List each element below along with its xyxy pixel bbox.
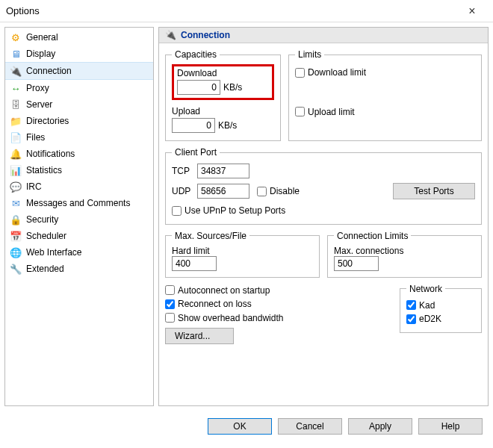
sidebar-item-irc[interactable]: 💬IRC <box>5 178 153 195</box>
client-port-group: Client Port TCP UDP Disable Test Ports <box>165 147 482 225</box>
disable-udp-checkbox[interactable]: Disable <box>257 186 300 196</box>
general-icon: ⚙ <box>10 31 22 43</box>
messages-and-comments-icon: ✉ <box>10 197 22 209</box>
statistics-icon: 📊 <box>10 164 22 176</box>
download-label: Download <box>177 68 269 78</box>
tcp-input[interactable] <box>197 164 249 178</box>
sidebar-item-files[interactable]: 📄Files <box>5 129 153 146</box>
network-group: Network Kad eD2K <box>400 284 482 333</box>
ed2k-input[interactable] <box>406 314 416 324</box>
main-body: Capacities Download KB/s Upload KB/s <box>159 43 488 405</box>
section-title: Connection <box>181 30 230 40</box>
upload-limit-checkbox[interactable]: Upload limit <box>295 107 355 117</box>
udp-input[interactable] <box>197 184 249 199</box>
titlebar: Options × <box>0 0 493 22</box>
overhead-checkbox[interactable]: Show overhead bandwidth <box>165 313 283 323</box>
capacities-legend: Capacities <box>172 49 220 60</box>
reconnect-checkbox[interactable]: Reconnect on loss <box>165 299 252 309</box>
kad-checkbox[interactable]: Kad <box>406 300 435 311</box>
sidebar-item-label: Directories <box>26 116 69 126</box>
help-button[interactable]: Help <box>418 418 483 435</box>
directories-icon: 📁 <box>10 115 22 127</box>
sidebar: ⚙General🖥Display🔌Connection↔Proxy🗄Server… <box>4 27 154 406</box>
max-sources-group: Max. Sources/File Hard limit <box>165 231 320 278</box>
apply-button[interactable]: Apply <box>348 418 412 435</box>
sidebar-item-connection[interactable]: 🔌Connection <box>5 62 153 80</box>
display-icon: 🖥 <box>10 48 22 60</box>
download-limit-checkbox[interactable]: Download limit <box>295 67 366 78</box>
overhead-input[interactable] <box>165 313 175 323</box>
max-conn-input[interactable] <box>334 256 379 271</box>
proxy-icon: ↔ <box>10 82 22 94</box>
reconnect-input[interactable] <box>165 299 175 309</box>
sidebar-item-label: Scheduler <box>26 231 66 241</box>
upnp-input[interactable] <box>172 206 182 216</box>
autoconnect-input[interactable] <box>165 285 175 295</box>
sidebar-item-label: Display <box>26 49 55 59</box>
sidebar-item-label: Web Interface <box>26 247 81 258</box>
download-limit-input[interactable] <box>295 68 305 78</box>
sidebar-item-label: Statistics <box>26 165 62 175</box>
sidebar-item-notifications[interactable]: 🔔Notifications <box>5 146 153 162</box>
upload-limit-input[interactable] <box>295 107 305 116</box>
footer: OK Cancel Apply Help <box>0 411 493 442</box>
download-input[interactable] <box>177 80 220 95</box>
ok-button[interactable]: OK <box>208 418 272 435</box>
files-icon: 📄 <box>10 131 22 143</box>
upload-input[interactable] <box>172 118 215 133</box>
sidebar-item-general[interactable]: ⚙General <box>5 29 153 46</box>
cancel-button[interactable]: Cancel <box>278 418 342 435</box>
max-conn-label: Max. connections <box>334 246 475 256</box>
hard-limit-label: Hard limit <box>172 246 313 256</box>
sidebar-item-label: General <box>26 32 58 43</box>
tcp-label: TCP <box>172 166 194 176</box>
max-sources-legend: Max. Sources/File <box>172 231 249 241</box>
upnp-checkbox[interactable]: Use UPnP to Setup Ports <box>172 205 285 216</box>
main-panel: 🔌 Connection Capacities Download KB/s Up… <box>158 27 489 406</box>
network-legend: Network <box>406 284 445 294</box>
ed2k-checkbox[interactable]: eD2K <box>406 314 441 324</box>
sidebar-item-label: Security <box>26 214 58 225</box>
sidebar-item-extended[interactable]: 🔧Extended <box>5 261 153 277</box>
server-icon: 🗄 <box>10 99 22 111</box>
wizard-button[interactable]: Wizard... <box>165 328 234 344</box>
sidebar-item-statistics[interactable]: 📊Statistics <box>5 162 153 178</box>
client-port-legend: Client Port <box>172 147 220 158</box>
hard-limit-input[interactable] <box>172 256 217 271</box>
sidebar-item-label: Connection <box>26 66 72 76</box>
test-ports-button[interactable]: Test Ports <box>393 183 475 199</box>
conn-limits-group: Connection Limits Max. connections <box>327 231 482 278</box>
upload-unit: KB/s <box>218 120 237 131</box>
sidebar-item-security[interactable]: 🔒Security <box>5 211 153 228</box>
sidebar-item-label: Files <box>26 132 45 143</box>
security-icon: 🔒 <box>10 214 22 225</box>
autoconnect-checkbox[interactable]: Autoconnect on startup <box>165 285 270 296</box>
sidebar-item-server[interactable]: 🗄Server <box>5 96 153 113</box>
irc-icon: 💬 <box>10 181 22 193</box>
sidebar-item-proxy[interactable]: ↔Proxy <box>5 80 153 96</box>
section-header: 🔌 Connection <box>159 28 488 43</box>
sidebar-item-label: Server <box>26 99 52 110</box>
disable-udp-input[interactable] <box>257 187 267 196</box>
notifications-icon: 🔔 <box>10 148 22 160</box>
sidebar-item-label: Proxy <box>26 83 49 93</box>
download-highlight: Download KB/s <box>172 64 274 100</box>
limits-legend: Limits <box>295 49 324 60</box>
download-unit: KB/s <box>223 82 242 93</box>
sidebar-item-web-interface[interactable]: 🌐Web Interface <box>5 244 153 261</box>
sidebar-item-label: Notifications <box>26 149 75 159</box>
capacities-group: Capacities Download KB/s Upload KB/s <box>165 49 281 141</box>
close-icon[interactable]: × <box>457 4 487 18</box>
scheduler-icon: 📅 <box>10 230 22 242</box>
connection-icon: 🔌 <box>10 65 22 77</box>
sidebar-item-scheduler[interactable]: 📅Scheduler <box>5 228 153 244</box>
web-interface-icon: 🌐 <box>10 246 22 258</box>
sidebar-item-display[interactable]: 🖥Display <box>5 46 153 62</box>
sidebar-item-messages-and-comments[interactable]: ✉Messages and Comments <box>5 195 153 211</box>
content: ⚙General🖥Display🔌Connection↔Proxy🗄Server… <box>0 22 493 411</box>
sidebar-item-label: Extended <box>26 264 64 274</box>
extended-icon: 🔧 <box>10 263 22 275</box>
sidebar-item-directories[interactable]: 📁Directories <box>5 113 153 129</box>
udp-label: UDP <box>172 186 194 196</box>
kad-input[interactable] <box>406 300 416 310</box>
